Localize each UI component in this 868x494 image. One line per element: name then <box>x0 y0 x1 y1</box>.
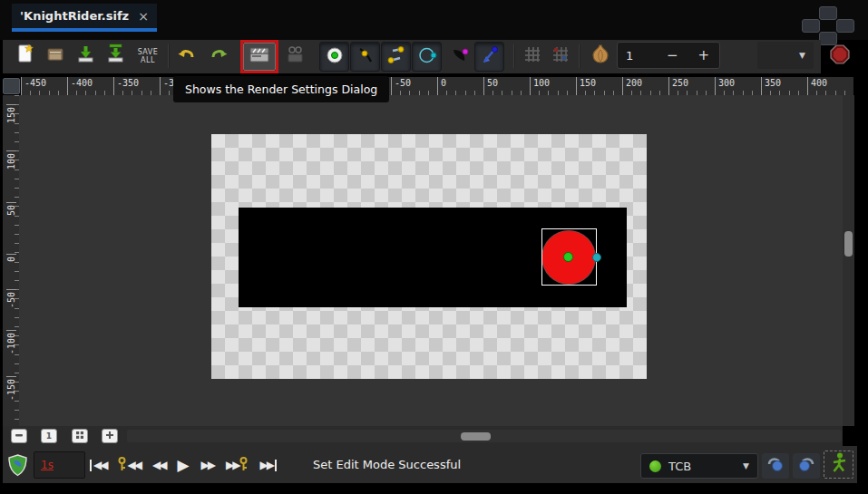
preview-icon <box>284 43 307 70</box>
ruler-vertical[interactable]: 150100500-50-100-150 <box>3 95 19 426</box>
toolbar-separator <box>579 44 580 68</box>
vertex-handles-icon <box>355 44 376 70</box>
decrease-resolution-button[interactable] <box>11 429 27 443</box>
render-shield-button[interactable] <box>7 454 28 480</box>
new-file-icon <box>15 43 38 70</box>
ruler-h-label: 100 <box>530 77 550 95</box>
show-grid-button[interactable] <box>520 44 545 69</box>
snap-grid-icon <box>550 44 571 69</box>
seek-begin-button[interactable]: ◀◀ <box>89 459 106 471</box>
canvas-transparency-checker <box>211 134 647 379</box>
width-handles-icon <box>449 44 471 70</box>
past-keyframe-lock-icon <box>766 455 785 477</box>
ruler-v-label: -150 <box>6 376 16 401</box>
origin-handle[interactable] <box>563 252 573 262</box>
seek-end-button[interactable]: ▶▶ <box>259 459 277 471</box>
next-keyframe-button[interactable]: ▶▶ <box>226 457 248 474</box>
next-frame-button[interactable]: ▶▶ <box>200 459 213 471</box>
keyframe-dropdown-button[interactable]: ▼ <box>757 42 814 69</box>
tab-close-icon[interactable]: × <box>138 9 149 24</box>
ruler-h-label: 200 <box>622 77 642 95</box>
preview-button[interactable] <box>283 44 308 69</box>
panel-dock-button-right[interactable] <box>836 19 854 33</box>
angle-handles-icon <box>479 44 501 70</box>
status-message: Set Edit Mode Successful <box>313 458 461 471</box>
ruler-h-label: -350 <box>113 77 139 95</box>
undo-icon <box>176 43 200 70</box>
render-settings-button[interactable] <box>243 43 276 71</box>
resolution-value-label: 1 <box>46 431 52 441</box>
ruler-h-label: 0 <box>437 77 446 95</box>
onion-frames-value[interactable]: 1 <box>618 49 657 63</box>
open-folder-icon <box>44 43 68 70</box>
synfig-window: 'KnightRider.sifz × SAVE ALL <box>0 0 868 494</box>
save-as-icon <box>104 43 128 70</box>
ruler-h-label: 150 <box>576 77 596 95</box>
radius-handle[interactable] <box>592 253 601 262</box>
snap-to-grid-button[interactable] <box>548 44 573 69</box>
panel-dock-button-left[interactable] <box>802 19 820 33</box>
horizontal-scrollbar[interactable] <box>127 430 842 442</box>
future-keyframe-lock-icon <box>796 455 816 477</box>
save-button[interactable] <box>73 44 99 69</box>
toggle-position-handles-button[interactable] <box>319 42 349 72</box>
canvas-viewport[interactable] <box>19 95 843 426</box>
future-keyframe-lock-button[interactable] <box>793 453 820 479</box>
vertical-scrollbar-thumb[interactable] <box>844 231 853 257</box>
ruler-v-label: -50 <box>6 289 16 308</box>
default-interpolation-dropdown[interactable]: TCB ▼ <box>640 453 758 479</box>
toggle-width-handles-button[interactable] <box>444 42 474 72</box>
ruler-v-label: 0 <box>6 254 16 262</box>
current-time-value: 1s <box>41 459 54 471</box>
toggle-vertex-handles-button[interactable] <box>350 42 380 72</box>
ruler-h-label: 50 <box>483 77 498 95</box>
toggle-tangent-handles-button[interactable] <box>381 42 411 72</box>
spinner-increase-button[interactable]: + <box>688 47 720 63</box>
canvas-bottom-row: 1 <box>3 426 843 446</box>
new-file-button[interactable] <box>14 44 39 69</box>
ruler-v-label: 100 <box>6 150 16 170</box>
stop-render-button[interactable] <box>826 43 853 70</box>
keyframe-key-icon <box>118 457 126 474</box>
redo-button[interactable] <box>205 44 230 69</box>
animate-mode-button[interactable] <box>824 450 853 479</box>
render-settings-tooltip: Shows the Render Settings Dialog <box>173 76 389 102</box>
spinner-decrease-button[interactable]: − <box>657 47 688 63</box>
tcb-green-dot-icon <box>649 460 661 472</box>
playback-controls: ◀◀ ◀◀ ◀◀ ▶ ▶▶ ▶▶ ▶▶ <box>89 451 278 479</box>
ruler-horizontal[interactable]: -450-400-350-300-250-200-150-100-5005010… <box>21 77 853 95</box>
prev-frame-button[interactable]: ◀◀ <box>152 459 165 471</box>
tangent-handles-icon <box>385 44 407 70</box>
ruler-h-label: 400 <box>807 77 827 95</box>
prev-keyframe-button[interactable]: ◀◀ <box>118 457 140 474</box>
onion-frames-spinner[interactable]: 1 − + <box>617 42 720 69</box>
ruler-h-label: 250 <box>668 77 688 95</box>
save-as-button[interactable] <box>103 44 129 69</box>
past-keyframe-lock-button[interactable] <box>762 453 789 479</box>
play-button[interactable]: ▶ <box>177 456 189 474</box>
render-button-highlight <box>240 40 278 73</box>
grid-icon <box>522 44 543 69</box>
toolbar-separator <box>513 44 515 68</box>
animate-man-icon <box>828 451 850 479</box>
vertical-scrollbar[interactable] <box>843 95 854 426</box>
save-all-button[interactable]: SAVE ALL <box>133 44 162 69</box>
open-button[interactable] <box>44 44 69 69</box>
low-resolution-toggle-button[interactable] <box>72 429 88 443</box>
document-tab[interactable]: 'KnightRider.sifz × <box>12 4 157 28</box>
tiles-icon <box>75 431 84 441</box>
ruler-v-label: -100 <box>6 330 16 354</box>
save-icon <box>74 43 98 70</box>
resolution-value-button[interactable]: 1 <box>41 429 57 443</box>
ruler-h-label: -450 <box>21 77 46 95</box>
panel-dock-button-top[interactable] <box>819 6 837 20</box>
current-time-field[interactable]: 1s <box>34 451 85 479</box>
ruler-corner-button[interactable] <box>3 78 20 94</box>
undo-button[interactable] <box>175 44 200 69</box>
ruler-h-label: -400 <box>67 77 93 95</box>
toggle-angle-handles-button[interactable] <box>474 42 504 72</box>
toggle-radius-handles-button[interactable] <box>412 42 442 72</box>
increase-resolution-button[interactable] <box>102 429 118 443</box>
onion-skin-button[interactable] <box>588 44 613 69</box>
horizontal-scrollbar-thumb[interactable] <box>461 432 491 441</box>
